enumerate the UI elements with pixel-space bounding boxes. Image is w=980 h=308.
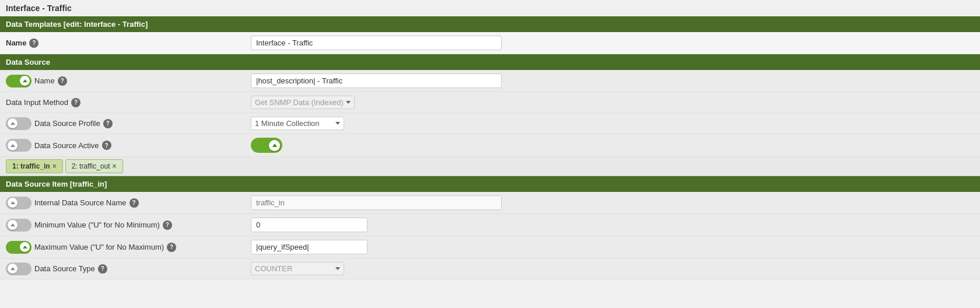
internal-name-toggle-knob [8,198,18,208]
data-input-label: Data Input Method [6,98,68,107]
ds-active-big-toggle-arrow [272,144,277,147]
min-value-help-icon[interactable]: ? [163,220,172,230]
ds-profile-toggle-knob [8,118,18,128]
ds-profile-row: Data Source Profile ? 1 Minute Collectio… [0,113,980,134]
name-label: Name ? [6,38,251,48]
ds-active-label: Data Source Active [34,141,99,150]
max-value-help-icon[interactable]: ? [167,243,176,252]
ds-name-toggle[interactable] [6,75,32,88]
min-value-label-col: Minimum Value ("U" for No Minimum) ? [6,219,251,232]
internal-name-help-icon[interactable]: ? [130,198,139,208]
ds-type-toggle-knob [8,264,18,274]
min-value-toggle-knob [8,220,18,230]
data-input-help-icon[interactable]: ? [71,98,80,107]
ds-profile-value-col: 1 Minute Collection [251,117,974,130]
max-value-toggle[interactable] [6,241,32,254]
ds-name-label-col: Name ? [6,75,251,88]
ds-active-toggle-knob [8,141,18,150]
ds-type-row: Data Source Type ? COUNTER [0,258,980,279]
ds-name-help-icon[interactable]: ? [58,76,67,86]
min-value-input[interactable] [251,218,368,232]
data-input-value-col: Get SNMP Data (Indexed) [251,96,974,109]
data-input-label-col: Data Input Method ? [6,98,251,107]
name-label-text: Name [6,38,26,47]
ds-name-label: Name [34,76,55,85]
ds-name-value-col [251,74,974,88]
internal-name-toggle[interactable] [6,197,32,209]
internal-name-input[interactable] [251,195,502,210]
max-value-label: Maximum Value ("U" for No Maximum) [34,243,164,251]
ds-profile-help-icon[interactable]: ? [103,119,113,128]
internal-name-value-col [251,195,974,210]
tab-traffic-out-close[interactable]: × [113,162,117,170]
ds-active-big-toggle[interactable] [251,138,282,153]
ds-active-row: Data Source Active ? [0,134,980,157]
tab-traffic-in-label: 1: traffic_in [12,162,50,170]
internal-name-label: Internal Data Source Name [34,198,127,207]
ds-profile-select-text: 1 Minute Collection [255,119,320,128]
name-input[interactable] [251,36,502,50]
data-input-row: Data Input Method ? Get SNMP Data (Index… [0,92,980,113]
name-value-col [251,36,974,50]
max-value-row: Maximum Value ("U" for No Maximum) ? [0,236,980,258]
max-value-value-col [251,240,974,254]
ds-type-toggle-arrow [10,267,15,270]
tab-traffic-out[interactable]: 2: traffic_out × [65,159,123,173]
min-value-label: Minimum Value ("U" for No Minimum) [34,220,160,229]
ds-active-big-toggle-knob [269,140,280,151]
ds-active-label-col: Data Source Active ? [6,139,251,152]
tab-traffic-in-close[interactable]: × [52,162,57,170]
ds-name-row: Name ? [0,70,980,92]
ds-type-arrow-icon [335,267,340,270]
ds-profile-select[interactable]: 1 Minute Collection [251,117,344,130]
ds-type-select[interactable]: COUNTER [251,262,344,275]
ds-type-label-col: Data Source Type ? [6,262,251,275]
max-value-label-col: Maximum Value ("U" for No Maximum) ? [6,241,251,254]
min-value-toggle[interactable] [6,219,32,232]
ds-profile-toggle[interactable] [6,117,32,130]
name-help-icon[interactable]: ? [29,38,38,48]
data-input-select-text: Get SNMP Data (Indexed) [255,98,344,107]
ds-name-input[interactable] [251,74,502,88]
ds-type-value-col: COUNTER [251,262,974,275]
ds-type-label: Data Source Type [34,264,95,273]
data-input-select[interactable]: Get SNMP Data (Indexed) [251,96,355,109]
tab-traffic-in[interactable]: 1: traffic_in × [6,159,63,173]
max-value-toggle-arrow [23,246,27,249]
ds-active-help-icon[interactable]: ? [102,141,111,150]
tabs-row: 1: traffic_in × 2: traffic_out × [0,157,980,176]
min-value-row: Minimum Value ("U" for No Minimum) ? [0,214,980,236]
template-section-header: Data Templates [edit: Interface - Traffi… [0,16,980,32]
max-value-input[interactable] [251,240,368,254]
ds-profile-label-col: Data Source Profile ? [6,117,251,130]
max-value-toggle-knob [20,242,30,252]
ds-active-toggle[interactable] [6,139,32,152]
internal-name-row: Internal Data Source Name ? [0,192,980,214]
ds-profile-label: Data Source Profile [34,119,100,128]
name-row: Name ? [0,32,980,54]
ds-name-toggle-knob [20,76,30,86]
ds-profile-toggle-arrow [10,122,15,125]
ds-type-toggle[interactable] [6,262,32,275]
min-value-value-col [251,218,974,232]
ds-name-toggle-arrow [23,79,27,82]
tab-traffic-out-label: 2: traffic_out [72,162,110,170]
internal-name-label-col: Internal Data Source Name ? [6,197,251,209]
ds-profile-arrow-icon [335,122,340,125]
ds-type-help-icon[interactable]: ? [98,264,107,274]
data-input-arrow-icon [346,101,351,104]
page-title: Interface - Traffic [0,0,980,16]
min-value-toggle-arrow [10,223,15,226]
ds-active-toggle-arrow [10,144,15,147]
ds-active-value-col [251,138,974,153]
data-source-section-header: Data Source [0,54,980,70]
ds-type-select-text: COUNTER [255,264,292,273]
internal-name-toggle-arrow [10,201,15,204]
ds-item-header: Data Source Item [traffic_in] [0,176,980,192]
